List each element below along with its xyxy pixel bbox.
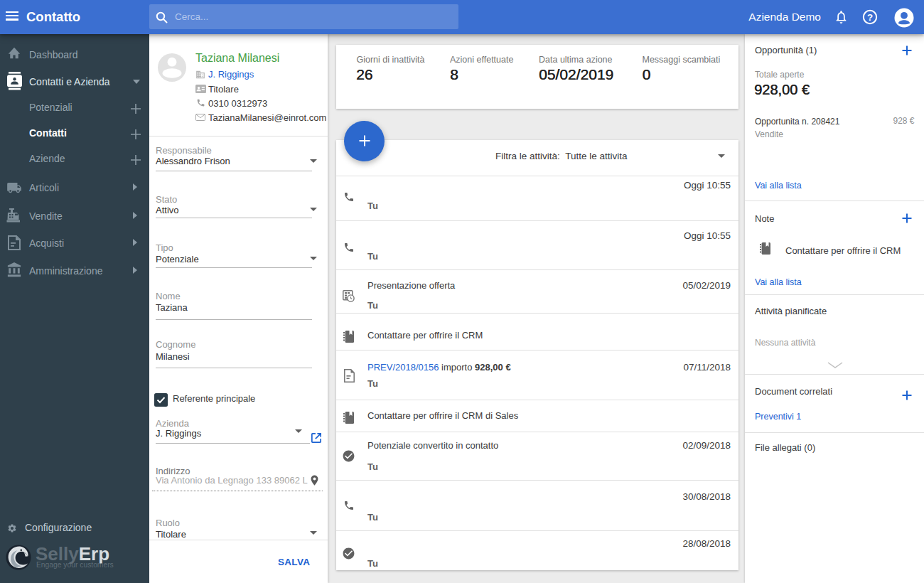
svg-text:?: ? [867, 12, 873, 23]
